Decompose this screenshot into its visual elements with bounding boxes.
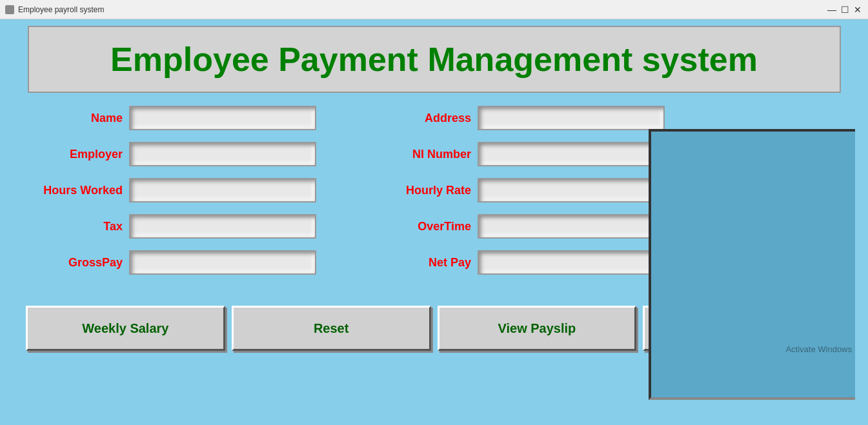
watermark: Activate Windows xyxy=(785,344,852,354)
window-title: Employee payroll system xyxy=(18,5,104,14)
overtime-label: OverTime xyxy=(381,220,471,233)
name-label: Name xyxy=(32,112,123,125)
title-bar: Employee payroll system — ☐ ✕ xyxy=(0,0,868,19)
weekly-salary-button[interactable]: Weekly Salary xyxy=(26,306,225,351)
net-pay-label: Net Pay xyxy=(381,256,471,270)
grosspay-input[interactable] xyxy=(129,250,316,275)
overtime-input[interactable] xyxy=(478,214,665,239)
tax-group: Tax xyxy=(32,214,316,239)
hours-worked-input[interactable] xyxy=(129,178,316,203)
name-group: Name xyxy=(32,106,316,130)
view-payslip-button[interactable]: View Payslip xyxy=(438,306,637,351)
address-label: Address xyxy=(381,112,471,125)
main-content: Employee Payment Management system 18/10… xyxy=(0,19,868,357)
overtime-group: OverTime xyxy=(381,214,665,239)
employer-input[interactable] xyxy=(129,142,316,166)
maximize-button[interactable]: ☐ xyxy=(840,5,850,15)
tax-input[interactable] xyxy=(129,214,316,239)
address-group: Address xyxy=(381,106,665,130)
hourly-rate-label: Hourly Rate xyxy=(381,184,471,197)
right-panel xyxy=(649,129,855,400)
form-row-1: Name Address xyxy=(32,106,836,130)
employer-label: Employer xyxy=(32,148,123,161)
net-pay-input[interactable] xyxy=(478,250,665,275)
ni-number-label: NI Number xyxy=(381,148,471,161)
address-input[interactable] xyxy=(478,106,665,130)
reset-button[interactable]: Reset xyxy=(232,306,431,351)
tax-label: Tax xyxy=(32,220,123,233)
app-title: Employee Payment Management system xyxy=(110,41,758,78)
ni-number-input[interactable] xyxy=(478,142,665,166)
minimize-button[interactable]: — xyxy=(827,5,837,15)
hours-worked-group: Hours Worked xyxy=(32,178,316,203)
name-input[interactable] xyxy=(129,106,316,130)
grosspay-label: GrossPay xyxy=(32,256,123,270)
close-button[interactable]: ✕ xyxy=(853,5,863,15)
window-controls: — ☐ ✕ xyxy=(827,5,863,15)
app-title-box: Employee Payment Management system xyxy=(28,26,841,93)
app-icon xyxy=(5,5,14,14)
hourly-rate-input[interactable] xyxy=(478,178,665,203)
net-pay-group: Net Pay xyxy=(381,250,665,275)
title-bar-left: Employee payroll system xyxy=(5,5,104,14)
grosspay-group: GrossPay xyxy=(32,250,316,275)
hourly-rate-group: Hourly Rate xyxy=(381,178,665,203)
hours-worked-label: Hours Worked xyxy=(32,184,123,197)
ni-number-group: NI Number xyxy=(381,142,665,166)
employer-group: Employer xyxy=(32,142,316,166)
